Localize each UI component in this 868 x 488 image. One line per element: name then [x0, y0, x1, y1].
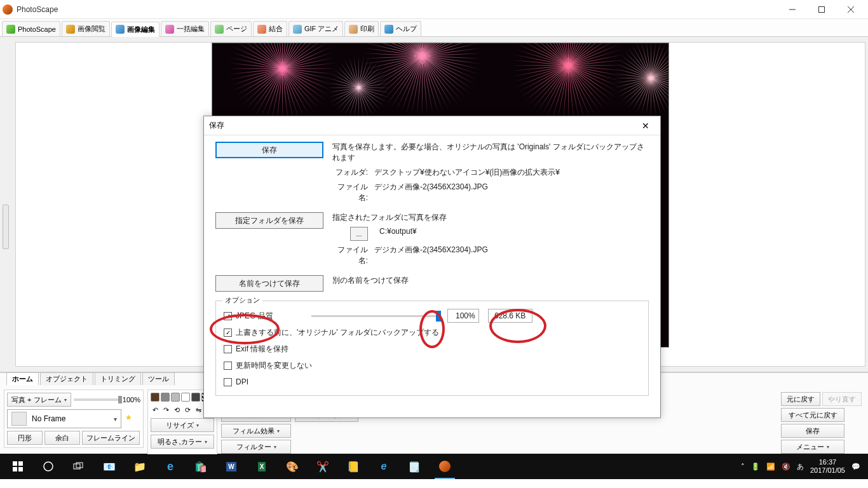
taskbar-app-store[interactable]: 🛍️ [186, 454, 216, 479]
undo-button[interactable]: 元に戻す [781, 392, 820, 406]
task-view-button[interactable] [64, 454, 94, 479]
minimize-button[interactable] [778, 0, 807, 18]
toolbar-tab-icon [349, 25, 358, 34]
toolbar-tab-icon [257, 25, 266, 34]
editor-tab-2[interactable]: トリミング [95, 372, 141, 385]
workspace: 保存 ✕ 保存 写真を保存します。必要な場合、オリジナルの写真は 'Origin… [0, 37, 868, 372]
redo-button[interactable]: やり直す [822, 392, 862, 406]
taskbar-app-word[interactable]: W [216, 454, 247, 479]
toolbar-tab-label: 画像閲覧 [78, 24, 105, 34]
taskbar-app-paint[interactable]: 🎨 [277, 454, 308, 479]
circle-button[interactable]: 円形 [7, 431, 43, 445]
editor-tab-0[interactable]: ホーム [6, 372, 39, 385]
svg-rect-7 [18, 467, 23, 471]
toolbar-tab-label: GIF アニメ [304, 24, 339, 34]
file-name-2: デジカメ画像-2(3456X2304).JPG [374, 245, 488, 266]
exif-checkbox[interactable] [224, 345, 232, 353]
toolbar-tab-6[interactable]: GIF アニメ [288, 21, 343, 36]
toolbar-tab-3[interactable]: 一括編集 [161, 21, 209, 36]
browse-folder-button[interactable]: ... [350, 227, 368, 241]
editor-tab-3[interactable]: ツール [142, 372, 175, 385]
toolbar-tab-icon [215, 25, 224, 34]
save-as-button[interactable]: 名前をつけて保存 [215, 275, 323, 292]
taskbar-app-excel[interactable]: X [247, 454, 277, 479]
toolbar-tab-label: 結合 [269, 24, 283, 34]
file-label: ファイル名: [332, 182, 368, 203]
maximize-button[interactable] [807, 0, 836, 18]
toolbar-tab-2[interactable]: 画像編集 [111, 22, 159, 37]
dialog-title: 保存 [209, 120, 224, 131]
toolbar-tab-0[interactable]: PhotoScape [2, 21, 60, 36]
color-swatches[interactable] [151, 393, 210, 402]
rotate-cw-icon[interactable]: ⟳ [184, 404, 193, 416]
cortana-button[interactable] [33, 454, 64, 479]
mtime-label: 更新時間を変更しない [236, 360, 312, 371]
backup-checkbox[interactable] [224, 329, 232, 337]
start-button[interactable] [3, 454, 33, 479]
undo-icon[interactable]: ↶ [151, 404, 159, 416]
folder-label: フォルダ: [332, 167, 368, 178]
taskbar-app-notes[interactable]: 📒 [338, 454, 369, 479]
clock-date: 2017/01/05 [810, 466, 845, 475]
toolbar-tab-1[interactable]: 画像閲覧 [62, 21, 110, 36]
folder-path: デスクトップ¥使わないアイコン¥(旧)画像の拡大表示¥ [374, 167, 560, 178]
svg-rect-5 [18, 461, 23, 466]
taskbar-app-sticky[interactable]: 🗒️ [399, 454, 430, 479]
taskbar-clock[interactable]: 16:37 2017/01/05 [810, 458, 845, 475]
toolbar-tab-label: 画像編集 [127, 25, 155, 34]
dialog-close-button[interactable]: ✕ [636, 121, 655, 131]
margin-button[interactable]: 余白 [44, 431, 80, 445]
app-title: PhotoScape [17, 5, 778, 14]
clock-time: 16:37 [810, 458, 845, 466]
taskbar-app-ie[interactable]: e [369, 454, 399, 479]
toolbar-tab-5[interactable]: 結合 [253, 21, 287, 36]
taskbar-app-edge[interactable]: e [155, 454, 186, 479]
volume-icon[interactable]: 🔇 [782, 463, 790, 471]
taskbar-app-explorer[interactable]: 📁 [125, 454, 155, 479]
mtime-checkbox[interactable] [224, 362, 232, 370]
resize-dropdown[interactable]: リサイズ [151, 418, 214, 432]
rotate-ccw-icon[interactable]: ⟲ [172, 404, 181, 416]
toolbar-tab-4[interactable]: ページ [210, 21, 252, 36]
toolbar-tab-icon [66, 25, 75, 34]
save-description: 写真を保存します。必要な場合、オリジナルの写真は 'Originals' フォル… [332, 142, 649, 163]
flip-h-icon[interactable]: ⇋ [194, 404, 203, 416]
taskbar-app-photoscape[interactable] [430, 454, 460, 479]
battery-icon[interactable]: 🔋 [751, 463, 760, 471]
slider-thumb[interactable] [436, 311, 441, 322]
frame-line-button[interactable]: フレームライン [82, 431, 140, 445]
jpeg-quality-slider[interactable] [311, 315, 438, 317]
editor-tab-1[interactable]: オブジェクト [40, 372, 93, 385]
sidebar-collapse-handle[interactable] [3, 205, 9, 249]
toolbar-tab-label: ページ [226, 24, 247, 34]
toolbar-tab-8[interactable]: ヘルプ [380, 21, 421, 36]
favorite-icon[interactable]: ★ [125, 413, 132, 422]
photo-frame-dropdown[interactable]: 写真 + フレーム [7, 393, 71, 407]
bottom-save-button[interactable]: 保存 [781, 424, 844, 438]
menu-dropdown[interactable]: メニュー [781, 440, 844, 454]
notifications-icon[interactable]: 💬 [851, 463, 860, 471]
taskbar-app-mail[interactable]: 📧 [94, 454, 125, 479]
toolbar-tab-7[interactable]: 印刷 [344, 21, 379, 36]
jpeg-quality-value[interactable]: 100% [447, 309, 479, 323]
brightness-dropdown[interactable]: 明るさ,カラー [151, 435, 214, 449]
frame-select-label: No Frame [32, 414, 65, 423]
close-button[interactable] [836, 0, 865, 18]
taskbar-app-snip[interactable]: ✂️ [308, 454, 338, 479]
wifi-icon[interactable]: 📶 [766, 463, 775, 471]
ime-icon[interactable]: あ [797, 462, 804, 471]
film-effect-dropdown[interactable]: フィルム効果 [221, 424, 291, 438]
file-name: デジカメ画像-2(3456X2304).JPG [374, 182, 488, 203]
jpeg-quality-checkbox[interactable] [224, 312, 232, 320]
save-to-folder-button[interactable]: 指定フォルダを保存 [215, 212, 323, 229]
dpi-checkbox[interactable] [224, 378, 232, 386]
save-button[interactable]: 保存 [215, 142, 323, 158]
jpeg-quality-label: JPEG 品質 [236, 311, 273, 322]
undo-all-button[interactable]: すべて元に戻す [781, 408, 844, 422]
svg-rect-1 [819, 6, 825, 12]
filter-dropdown[interactable]: フィルター [221, 440, 291, 454]
redo-icon[interactable]: ↷ [161, 404, 170, 416]
frame-select[interactable]: No Frame ▾ [7, 409, 121, 428]
svg-rect-9 [74, 464, 80, 469]
tray-chevron-icon[interactable]: ˄ [741, 463, 745, 471]
